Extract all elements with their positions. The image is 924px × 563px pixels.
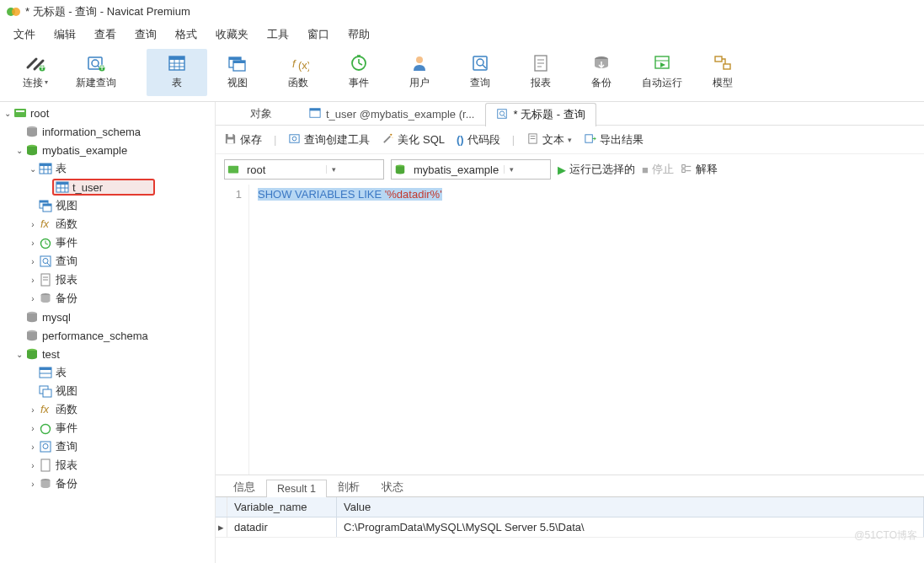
sql-editor[interactable]: 1 SHOW VARIABLES LIKE '%datadir%': [216, 185, 924, 475]
result-tab-info[interactable]: 信息: [222, 477, 266, 497]
tree-events-group[interactable]: ›事件: [0, 233, 215, 252]
content-area: 对象 t_user @mybatis_example (r... * 无标题 -…: [216, 102, 924, 563]
svg-rect-95: [228, 166, 238, 174]
database-combo[interactable]: mybatis_example ▾: [391, 159, 551, 180]
tool-users[interactable]: 用户: [389, 49, 450, 96]
tree-functions-group-2[interactable]: ›fx函数: [0, 400, 215, 419]
menu-favorites[interactable]: 收藏夹: [207, 25, 257, 44]
database-active-icon: [392, 164, 409, 175]
explain-button[interactable]: 解释: [681, 162, 718, 177]
table-icon: [39, 366, 52, 379]
svg-text:fx: fx: [40, 403, 50, 416]
tool-backup[interactable]: 备份: [571, 49, 632, 96]
save-button[interactable]: 保存: [224, 132, 262, 147]
result-tab-status[interactable]: 状态: [371, 477, 414, 497]
cell-variable-name[interactable]: datadir: [227, 517, 337, 537]
tree-views-group[interactable]: 视图: [0, 196, 215, 215]
tree-views-group-2[interactable]: 视图: [0, 382, 215, 400]
menu-query[interactable]: 查询: [126, 25, 165, 44]
chevron-down-icon[interactable]: ▾: [504, 165, 519, 174]
menu-file[interactable]: 文件: [5, 25, 44, 44]
export-results-button[interactable]: 导出结果: [584, 132, 644, 147]
tree-reports-group-2[interactable]: ›报表: [0, 456, 215, 475]
svg-line-86: [504, 115, 506, 117]
beautify-sql-button[interactable]: 美化 SQL: [382, 132, 445, 147]
col-variable-name[interactable]: Variable_name: [227, 497, 337, 517]
tree-tables-group-2[interactable]: 表: [0, 363, 215, 382]
cell-value[interactable]: C:\ProgramData\MySQL\MySQL Server 5.5\Da…: [337, 517, 924, 537]
svg-rect-87: [228, 133, 233, 137]
snippet-button[interactable]: ()代码段: [457, 132, 500, 147]
app-logo-icon: [7, 5, 20, 19]
tree-db-mysql[interactable]: mysql: [0, 308, 215, 326]
tree-table-t-user[interactable]: t_user: [0, 178, 215, 196]
col-value[interactable]: Value: [337, 497, 924, 517]
expander-icon[interactable]: ⌄: [27, 164, 39, 174]
expander-icon[interactable]: ⌄: [2, 109, 13, 118]
tree-connection-root[interactable]: ⌄ root: [0, 104, 215, 122]
tool-functions[interactable]: f(x) 函数: [268, 49, 328, 96]
result-tab-profile[interactable]: 剖析: [327, 477, 371, 497]
tool-model[interactable]: 模型: [692, 49, 753, 96]
code-area[interactable]: SHOW VARIABLES LIKE '%datadir%': [249, 185, 442, 475]
svg-point-1: [12, 8, 20, 16]
expander-icon[interactable]: ›: [27, 239, 39, 248]
svg-point-79: [43, 444, 48, 449]
menu-help[interactable]: 帮助: [339, 25, 378, 44]
caret-down-icon: ▾: [45, 78, 48, 86]
result-tab-result1[interactable]: Result 1: [266, 480, 327, 497]
menu-view[interactable]: 查看: [86, 25, 125, 44]
tool-tables[interactable]: 表: [147, 49, 207, 96]
tree-queries-group-2[interactable]: ›查询: [0, 437, 215, 456]
menu-edit[interactable]: 编辑: [45, 25, 84, 44]
tool-new-query[interactable]: + 新建查询: [66, 49, 126, 96]
menu-format[interactable]: 格式: [167, 25, 206, 44]
disk-icon: [224, 132, 237, 147]
tree-db-performance-schema[interactable]: performance_schema: [0, 326, 215, 345]
connection-combo[interactable]: root ▾: [224, 159, 384, 180]
tool-connect[interactable]: + 连接▾: [5, 49, 66, 96]
menu-window[interactable]: 窗口: [299, 25, 338, 44]
svg-rect-10: [169, 56, 184, 60]
result-grid[interactable]: Variable_name Value ▸ datadir C:\Program…: [216, 497, 924, 538]
chevron-down-icon[interactable]: ▾: [326, 165, 341, 174]
expander-icon[interactable]: ⌄: [13, 350, 25, 359]
expander-icon[interactable]: ›: [27, 276, 39, 285]
menubar: 文件 编辑 查看 查询 格式 收藏夹 工具 窗口 帮助: [0, 24, 924, 49]
menu-tools[interactable]: 工具: [259, 25, 297, 44]
database-active-icon: [25, 347, 39, 361]
tree-functions-group[interactable]: ›fx函数: [0, 215, 215, 233]
window-title: * 无标题 - 查询 - Navicat Premium: [25, 4, 190, 19]
run-selected-button[interactable]: ▶运行已选择的: [558, 162, 635, 177]
expander-icon[interactable]: ›: [27, 220, 39, 229]
tool-queries[interactable]: 查询: [450, 49, 510, 96]
tool-views[interactable]: 视图: [207, 49, 268, 96]
text-dropdown-button[interactable]: 文本▾: [526, 132, 572, 147]
expander-icon[interactable]: ›: [27, 257, 39, 266]
expander-icon[interactable]: ⌄: [13, 146, 25, 155]
tree-db-information-schema[interactable]: information_schema: [0, 122, 215, 141]
svg-rect-56: [43, 204, 51, 206]
tree-events-group-2[interactable]: ›事件: [0, 419, 215, 437]
tree-backup-group-2[interactable]: ›备份: [0, 475, 215, 493]
tool-autorun[interactable]: 自动运行: [632, 49, 692, 96]
tab-objects[interactable]: 对象: [224, 102, 298, 126]
tree-queries-group[interactable]: ›查询: [0, 252, 215, 271]
result-row[interactable]: ▸ datadir C:\ProgramData\MySQL\MySQL Ser…: [216, 517, 924, 538]
tree-db-test[interactable]: ⌄test: [0, 345, 215, 363]
tree-db-mybatis-example[interactable]: ⌄ mybatis_example: [0, 141, 215, 159]
svg-rect-49: [56, 182, 68, 185]
svg-point-85: [500, 110, 505, 115]
report-icon: [39, 273, 52, 287]
tree-backup-group[interactable]: ›备份: [0, 289, 215, 308]
tab-query-untitled[interactable]: * 无标题 - 查询: [485, 103, 596, 126]
connection-tree[interactable]: ⌄ root information_schema ⌄ mybatis_exam…: [0, 102, 216, 563]
tree-reports-group[interactable]: ›报表: [0, 271, 215, 289]
tool-reports[interactable]: 报表: [510, 49, 571, 96]
expander-icon[interactable]: ›: [27, 294, 39, 303]
tool-events[interactable]: 事件: [328, 49, 389, 96]
tab-table-tuser[interactable]: t_user @mybatis_example (r...: [298, 102, 485, 126]
query-builder-button[interactable]: 查询创建工具: [288, 132, 370, 147]
svg-rect-44: [40, 164, 51, 166]
tree-tables-group[interactable]: ⌄ 表: [0, 159, 215, 178]
